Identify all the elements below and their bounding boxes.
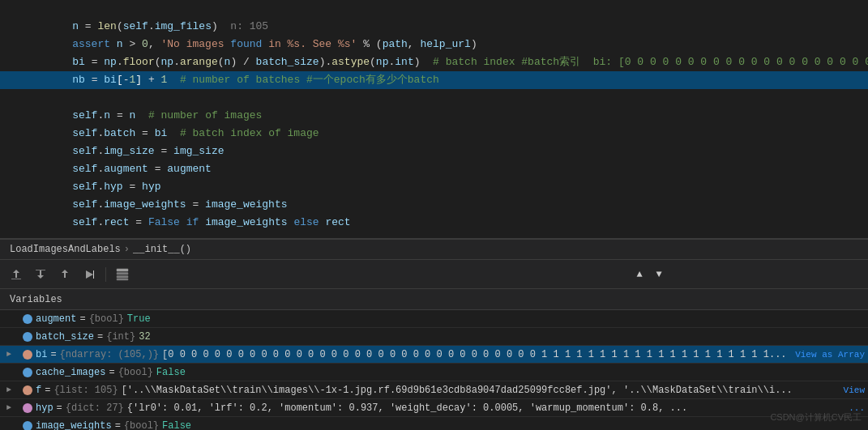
var-equals: = <box>50 346 56 364</box>
var-type: {bool} <box>124 417 159 431</box>
var-value: 32 <box>139 328 865 346</box>
line-number <box>0 178 41 196</box>
type-circle <box>23 314 32 324</box>
type-circle <box>23 421 32 431</box>
var-value: {'lr0': 0.01, 'lrf': 0.2, 'momentum': 0.… <box>127 399 845 417</box>
resume-button[interactable] <box>79 265 99 284</box>
var-name: batch_size <box>36 328 94 346</box>
view-link[interactable]: View <box>844 381 865 399</box>
code-line <box>0 89 868 107</box>
code-line-highlighted: nb = bi[-1] + 1 # number of batches #一个e… <box>0 71 868 89</box>
var-row-bi[interactable]: ► bi = {ndarray: (105,)} [0 0 0 0 0 0 0 … <box>0 346 868 364</box>
var-equals: = <box>45 381 50 399</box>
var-row-hyp[interactable]: ► hyp = {dict: 27} {'lr0': 0.01, 'lrf': … <box>0 399 868 417</box>
code-content <box>41 0 868 18</box>
var-name: bi <box>36 346 47 364</box>
var-name: augment <box>36 310 76 328</box>
var-row-cache-images[interactable]: cache_images = {bool} False <box>0 364 868 381</box>
code-line: n = len(self.img_files) n: 105 <box>0 18 868 36</box>
breadcrumb-separator: › <box>124 239 130 260</box>
code-content: bi = np.floor(np.arange(n) / batch_size)… <box>41 53 868 71</box>
code-content: self.image_weights = image_weights <box>41 196 868 214</box>
step-out-button[interactable] <box>55 265 75 284</box>
var-value: False <box>162 417 865 431</box>
variables-list[interactable]: augment = {bool} True batch_size = {int}… <box>0 310 868 430</box>
var-row-batch-size[interactable]: batch_size = {int} 32 <box>0 328 868 346</box>
var-name: hyp <box>36 399 53 417</box>
code-content: self.augment = augment <box>41 160 868 178</box>
table-view-button[interactable] <box>113 265 132 284</box>
type-icon <box>19 368 36 377</box>
breadcrumb-method: __init__() <box>133 239 191 260</box>
line-number <box>0 107 41 125</box>
line-number <box>0 71 41 89</box>
code-lines: n = len(self.img_files) n: 105 assert n … <box>0 0 868 232</box>
var-row-f[interactable]: ► f = {list: 105} ['..\\MaskDataSet\\tra… <box>0 381 868 399</box>
var-type: {bool} <box>89 310 124 328</box>
variables-title: Variables <box>10 294 62 305</box>
type-icon <box>19 421 36 431</box>
var-equals: = <box>115 417 121 431</box>
var-type: {bool} <box>118 364 153 381</box>
code-line <box>0 0 868 18</box>
type-icon <box>19 332 36 342</box>
type-icon <box>19 403 36 413</box>
line-number <box>0 89 41 107</box>
var-equals: = <box>109 364 114 381</box>
type-circle <box>23 368 32 377</box>
toolbar-divider <box>105 267 106 282</box>
code-line: self.rect = False if image_weights else … <box>0 214 868 232</box>
step-over-button[interactable] <box>6 265 26 284</box>
var-equals: = <box>79 310 85 328</box>
type-circle <box>23 403 32 413</box>
type-icon <box>19 314 36 324</box>
type-circle <box>23 350 32 360</box>
code-content: self.n = n # number of images <box>41 107 868 125</box>
debug-toolbar: ▲ ▼ <box>0 260 868 289</box>
code-content: self.hyp = hyp <box>41 178 868 196</box>
next-button[interactable]: ▼ <box>651 266 667 283</box>
svg-rect-2 <box>117 275 128 278</box>
code-content: self.img_size = img_size <box>41 143 868 160</box>
code-line: self.augment = augment <box>0 160 868 178</box>
var-type: {list: 105} <box>53 381 118 399</box>
code-line: bi = np.floor(np.arange(n) / batch_size)… <box>0 53 868 71</box>
line-number <box>0 36 41 53</box>
code-line: assert n > 0, 'No images found in %s. Se… <box>0 36 868 53</box>
expand-icon: ► <box>6 381 19 399</box>
line-number <box>0 0 41 18</box>
code-content: self.batch = bi # batch index of image <box>41 125 868 143</box>
code-content: assert n > 0, 'No images found in %s. Se… <box>41 36 868 53</box>
type-circle <box>23 385 32 395</box>
breadcrumb-class: LoadImagesAndLabels <box>10 239 121 260</box>
var-type: {int} <box>106 328 135 346</box>
svg-rect-0 <box>117 269 128 271</box>
var-equals: = <box>97 328 103 346</box>
step-into-button[interactable] <box>31 265 50 284</box>
code-line: self.image_weights = image_weights <box>0 196 868 214</box>
code-line: self.batch = bi # batch index of image <box>0 125 868 143</box>
type-icon <box>19 385 36 395</box>
code-content <box>41 89 868 107</box>
code-line: self.n = n # number of images <box>0 107 868 125</box>
breadcrumb: LoadImagesAndLabels › __init__() <box>0 239 868 260</box>
type-circle <box>23 332 32 342</box>
expand-icon: ► <box>6 399 19 417</box>
var-type: {dict: 27} <box>66 399 124 417</box>
code-content: nb = bi[-1] + 1 # number of batches #一个e… <box>41 71 868 89</box>
code-content: self.rect = False if image_weights else … <box>41 214 868 232</box>
view-as-array-link[interactable]: View as Array <box>795 346 865 364</box>
var-row-image-weights[interactable]: image_weights = {bool} False <box>0 417 868 430</box>
line-number <box>0 125 41 143</box>
line-number <box>0 143 41 160</box>
code-content: n = len(self.img_files) n: 105 <box>41 18 868 36</box>
watermark: CSDN@计算机CV民工 <box>770 411 862 424</box>
svg-rect-3 <box>117 279 128 280</box>
var-row-augment[interactable]: augment = {bool} True <box>0 310 868 328</box>
var-value: [0 0 0 0 0 0 0 0 0 0 0 0 0 0 0 0 0 0 0 0… <box>162 346 792 364</box>
var-equals: = <box>57 399 62 417</box>
type-icon <box>19 350 36 360</box>
prev-button[interactable]: ▲ <box>631 266 648 283</box>
bottom-panel: ▲ ▼ Variables augment = {bool} True batc… <box>0 260 868 430</box>
var-value: True <box>127 310 865 328</box>
